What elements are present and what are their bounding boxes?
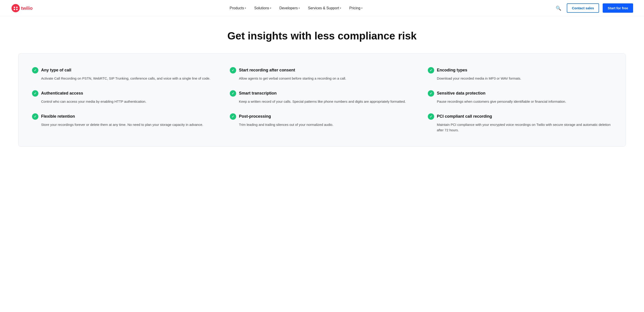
feature-header-authenticated-access: Authenticated access xyxy=(32,90,216,97)
start-free-button[interactable]: Start for free xyxy=(603,3,633,13)
feature-desc-sensitive-data-protection: Pause recordings when customers give per… xyxy=(428,99,612,104)
pricing-chevron: ▾ xyxy=(361,7,362,9)
feature-header-pci-compliant-call-recording: PCI compliant call recording xyxy=(428,113,612,120)
hero-title: Get insights with less compliance risk xyxy=(11,30,633,42)
feature-title-any-type-of-call: Any type of call xyxy=(41,68,71,73)
feature-desc-pci-compliant-call-recording: Maintain PCI compliance with your encryp… xyxy=(428,122,612,133)
svg-point-3 xyxy=(14,9,15,10)
feature-item-sensitive-data-protection: Sensitive data protection Pause recordin… xyxy=(428,90,612,104)
feature-header-any-type-of-call: Any type of call xyxy=(32,67,216,73)
svg-point-1 xyxy=(14,6,15,8)
feature-item-flexible-retention: Flexible retention Store your recordings… xyxy=(32,113,216,133)
svg-point-0 xyxy=(12,4,20,12)
feature-desc-authenticated-access: Control who can access your media by ena… xyxy=(32,99,216,104)
feature-title-smart-transcription: Smart transcription xyxy=(239,91,276,96)
check-icon-pci-compliant-call-recording xyxy=(428,113,434,120)
check-icon-any-type-of-call xyxy=(32,67,38,73)
feature-desc-any-type-of-call: Activate Call Recording on PSTN, WebRTC,… xyxy=(32,76,216,81)
feature-title-flexible-retention: Flexible retention xyxy=(41,114,75,119)
feature-desc-smart-transcription: Keep a written record of your calls. Spe… xyxy=(230,99,414,104)
nav-pricing[interactable]: Pricing ▾ xyxy=(349,6,362,10)
nav-developers[interactable]: Developers ▾ xyxy=(279,6,300,10)
services-chevron: ▾ xyxy=(340,7,341,9)
feature-item-smart-transcription: Smart transcription Keep a written recor… xyxy=(230,90,414,104)
check-icon-smart-transcription xyxy=(230,90,236,97)
features-card: Any type of call Activate Call Recording… xyxy=(18,53,626,147)
feature-item-any-type-of-call: Any type of call Activate Call Recording… xyxy=(32,67,216,81)
feature-title-post-processing: Post-processing xyxy=(239,114,271,119)
check-icon-post-processing xyxy=(230,113,236,120)
features-section: Any type of call Activate Call Recording… xyxy=(0,51,644,160)
features-grid: Any type of call Activate Call Recording… xyxy=(32,67,612,133)
check-icon-sensitive-data-protection xyxy=(428,90,434,97)
nav-services-support[interactable]: Services & Support ▾ xyxy=(308,6,341,10)
feature-title-start-recording-after-consent: Start recording after consent xyxy=(239,68,295,73)
check-icon-flexible-retention xyxy=(32,113,38,120)
feature-item-authenticated-access: Authenticated access Control who can acc… xyxy=(32,90,216,104)
feature-header-encoding-types: Encoding types xyxy=(428,67,612,73)
feature-title-encoding-types: Encoding types xyxy=(437,68,467,73)
hero-section: Get insights with less compliance risk xyxy=(0,16,644,51)
nav-products[interactable]: Products ▾ xyxy=(230,6,246,10)
check-icon-start-recording-after-consent xyxy=(230,67,236,73)
main-nav: twilio Products ▾ Solutions ▾ Developers… xyxy=(0,0,644,16)
search-button[interactable]: 🔍 xyxy=(554,4,563,13)
feature-desc-post-processing: Trim leading and trailing silences out o… xyxy=(230,122,414,128)
products-chevron: ▾ xyxy=(245,7,246,9)
feature-title-sensitive-data-protection: Sensitive data protection xyxy=(437,91,486,96)
feature-desc-flexible-retention: Store your recordings forever or delete … xyxy=(32,122,216,128)
feature-item-encoding-types: Encoding types Download your recorded me… xyxy=(428,67,612,81)
nav-solutions[interactable]: Solutions ▾ xyxy=(254,6,271,10)
check-icon-authenticated-access xyxy=(32,90,38,97)
check-icon-encoding-types xyxy=(428,67,434,73)
feature-header-flexible-retention: Flexible retention xyxy=(32,113,216,120)
developers-chevron: ▾ xyxy=(298,7,300,9)
svg-point-4 xyxy=(16,9,18,10)
feature-desc-encoding-types: Download your recorded media in MP3 or W… xyxy=(428,76,612,81)
contact-sales-button[interactable]: Contact sales xyxy=(567,3,599,13)
feature-header-start-recording-after-consent: Start recording after consent xyxy=(230,67,414,73)
feature-header-smart-transcription: Smart transcription xyxy=(230,90,414,97)
feature-item-start-recording-after-consent: Start recording after consent Allow agen… xyxy=(230,67,414,81)
nav-actions: 🔍 Contact sales Start for free xyxy=(554,3,633,13)
nav-links: Products ▾ Solutions ▾ Developers ▾ Serv… xyxy=(230,6,362,10)
feature-header-post-processing: Post-processing xyxy=(230,113,414,120)
feature-title-pci-compliant-call-recording: PCI compliant call recording xyxy=(437,114,492,119)
svg-text:twilio: twilio xyxy=(21,6,33,11)
feature-title-authenticated-access: Authenticated access xyxy=(41,91,83,96)
solutions-chevron: ▾ xyxy=(270,7,271,9)
search-icon: 🔍 xyxy=(556,6,561,11)
feature-item-pci-compliant-call-recording: PCI compliant call recording Maintain PC… xyxy=(428,113,612,133)
feature-header-sensitive-data-protection: Sensitive data protection xyxy=(428,90,612,97)
feature-item-post-processing: Post-processing Trim leading and trailin… xyxy=(230,113,414,133)
logo[interactable]: twilio xyxy=(11,4,38,13)
svg-point-2 xyxy=(16,6,18,8)
feature-desc-start-recording-after-consent: Allow agents to get verbal consent befor… xyxy=(230,76,414,81)
